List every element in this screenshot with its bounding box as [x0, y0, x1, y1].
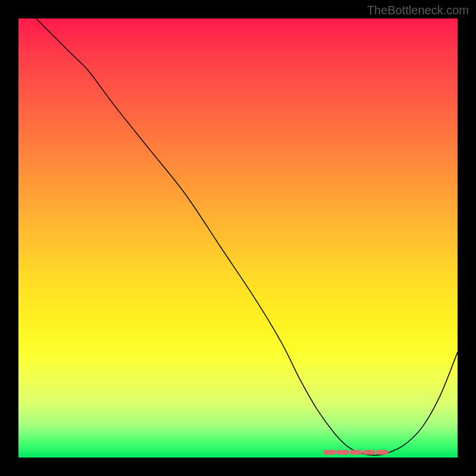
watermark-text: TheBottleneck.com: [367, 4, 469, 17]
chart-plot-area: [18, 18, 458, 458]
chart-svg: [18, 18, 458, 458]
bottleneck-curve: [36, 18, 458, 455]
